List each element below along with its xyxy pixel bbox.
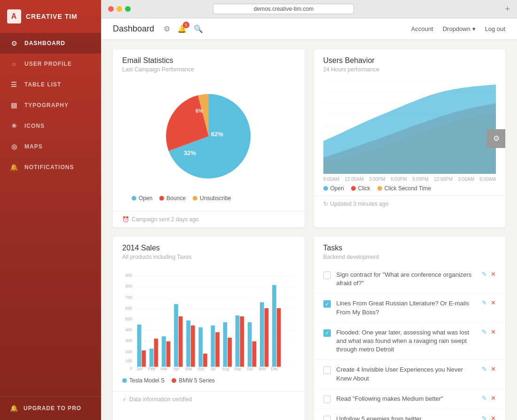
svg-rect-29 xyxy=(149,349,154,367)
task-checkbox[interactable]: ✓ xyxy=(323,300,331,308)
maximize-button[interactable] xyxy=(125,6,131,12)
upgrade-label: UPGRADE TO PRO xyxy=(24,405,81,412)
task-checkbox[interactable] xyxy=(323,416,331,420)
task-edit-button[interactable]: ✎ xyxy=(482,415,487,420)
sidebar-item-user-profile[interactable]: ○ USER PROFILE xyxy=(0,54,101,74)
task-delete-button[interactable]: ✕ xyxy=(491,299,496,306)
sidebar-item-dashboard[interactable]: ⊙ DASHBOARD xyxy=(0,33,101,54)
svg-text:Jan: Jan xyxy=(136,366,143,371)
close-button[interactable] xyxy=(108,6,114,12)
task-edit-button[interactable]: ✎ xyxy=(482,271,487,278)
settings-icon[interactable]: ⚙ xyxy=(164,24,170,33)
svg-rect-35 xyxy=(186,320,190,367)
legend-label-bmw: BMW 5 Series xyxy=(179,377,215,384)
svg-text:Aug: Aug xyxy=(222,366,229,371)
svg-rect-49 xyxy=(272,285,276,367)
task-checkbox[interactable] xyxy=(323,396,331,403)
task-delete-button[interactable]: ✕ xyxy=(491,366,496,373)
legend-label-bounce: Bounce xyxy=(166,195,186,202)
tasks-list: Sign contract for "What are conference o… xyxy=(314,265,506,420)
sidebar-item-notifications[interactable]: 🔔 NOTIFICATIONS xyxy=(0,157,101,178)
users-behavior-footer-text: Updated 3 minutes ago xyxy=(330,201,389,207)
header-right: Account Dropdown ▾ Log out xyxy=(411,25,505,32)
legend-dot-ub-click2 xyxy=(377,186,382,191)
svg-rect-28 xyxy=(142,350,146,367)
notifications-bell-icon[interactable]: 🔔 5 xyxy=(177,24,187,33)
brand-name: CREATIVE TIM xyxy=(26,13,78,20)
svg-text:0: 0 xyxy=(130,366,132,371)
upgrade-button[interactable]: 🔔 UPGRADE TO PRO xyxy=(0,396,101,420)
svg-text:100: 100 xyxy=(125,358,133,363)
task-delete-button[interactable]: ✕ xyxy=(491,395,496,402)
bottom-cards-row: 2014 Sales All products including Taxes … xyxy=(113,237,505,420)
browser-chrome: demos.creative-tim.com + xyxy=(101,0,517,18)
sidebar-item-typography[interactable]: ▤ TYPOGRAPHY xyxy=(0,95,101,116)
task-edit-button[interactable]: ✎ xyxy=(482,299,487,306)
task-actions: ✎✕ xyxy=(482,415,496,420)
area-chart-svg xyxy=(323,80,496,174)
legend-label-unsubscribe: Unsubscribe xyxy=(200,195,231,202)
refresh-icon: ↻ xyxy=(323,201,328,207)
svg-text:Sep: Sep xyxy=(234,366,242,371)
sales-title: 2014 Sales xyxy=(122,244,295,252)
task-text: Lines From Great Russian Literature? Or … xyxy=(337,299,477,316)
email-stats-header: Email Statistics Last Campaign Performan… xyxy=(113,49,305,78)
svg-rect-45 xyxy=(248,322,252,367)
task-item: Unfollow 5 enemies from twitter✎✕ xyxy=(314,409,506,420)
page-content: Email Statistics Last Campaign Performan… xyxy=(101,40,517,420)
svg-text:Apr: Apr xyxy=(173,366,180,371)
area-chart-x-labels: 9:00AM 12:00AM 3:00PM 6:00PM 9:00PM 12:0… xyxy=(323,176,496,183)
header-icons: ⚙ 🔔 5 🔍 xyxy=(164,24,203,33)
svg-text:200: 200 xyxy=(125,350,133,354)
task-delete-button[interactable]: ✕ xyxy=(491,271,496,278)
url-bar[interactable]: demos.creative-tim.com xyxy=(213,4,354,14)
account-link[interactable]: Account xyxy=(411,25,433,32)
task-item: Create 4 Invisible User Experiences you … xyxy=(314,360,506,389)
svg-text:Dec: Dec xyxy=(271,366,278,371)
users-behavior-footer: ↻ Updated 3 minutes ago xyxy=(314,195,506,212)
email-stats-footer: ⏰ Campaign sent 2 days ago xyxy=(113,211,305,227)
legend-unsubscribe: Unsubscribe xyxy=(193,195,231,202)
svg-rect-36 xyxy=(191,326,195,367)
sales-legend: Tesla Model S BMW 5 Series xyxy=(122,375,295,386)
task-item: Read "Following makes Medium better"✎✕ xyxy=(314,389,506,409)
icons-icon: ✳ xyxy=(9,121,19,131)
tasks-header: Tasks Backend development xyxy=(314,237,506,265)
sidebar-item-table-list[interactable]: ☰ TABLE LIST xyxy=(0,74,101,95)
legend-dot-ub-open xyxy=(323,186,328,191)
task-checkbox[interactable]: ✓ xyxy=(323,329,331,337)
sidebar-item-icons[interactable]: ✳ ICONS xyxy=(0,116,101,136)
task-actions: ✎✕ xyxy=(482,366,496,373)
email-stats-title: Email Statistics xyxy=(122,56,295,65)
sidebar-item-maps[interactable]: ◎ MAPS xyxy=(0,136,101,157)
svg-rect-32 xyxy=(166,342,171,367)
task-checkbox[interactable] xyxy=(323,272,331,279)
settings-gear-button[interactable]: ⚙ xyxy=(487,129,505,148)
task-edit-button[interactable]: ✎ xyxy=(482,366,487,373)
search-icon[interactable]: 🔍 xyxy=(194,24,203,33)
task-actions: ✎✕ xyxy=(482,395,496,402)
svg-rect-30 xyxy=(154,339,158,367)
legend-ub-click: Click xyxy=(351,185,370,192)
email-stats-legend: Open Bounce Unsubscribe xyxy=(122,190,295,206)
legend-dot-bounce xyxy=(159,196,164,201)
new-tab-button[interactable]: + xyxy=(505,4,510,14)
tasks-subtitle: Backend development xyxy=(323,254,496,260)
task-delete-button[interactable]: ✕ xyxy=(491,328,496,335)
page-title: Dashboard xyxy=(113,24,154,34)
task-edit-button[interactable]: ✎ xyxy=(482,328,487,335)
sales-card: 2014 Sales All products including Taxes … xyxy=(113,237,305,420)
logout-button[interactable]: Log out xyxy=(485,25,505,32)
users-behavior-body: 9:00AM 12:00AM 3:00PM 6:00PM 9:00PM 12:0… xyxy=(314,78,506,185)
svg-rect-44 xyxy=(240,316,244,366)
task-edit-button[interactable]: ✎ xyxy=(482,395,487,402)
svg-rect-39 xyxy=(211,326,215,367)
minimize-button[interactable] xyxy=(117,6,122,12)
task-checkbox[interactable] xyxy=(323,366,331,374)
task-delete-button[interactable]: ✕ xyxy=(491,415,496,420)
svg-text:Mar: Mar xyxy=(160,366,167,371)
dropdown-button[interactable]: Dropdown ▾ xyxy=(443,25,476,32)
sidebar: A CREATIVE TIM ⊙ DASHBOARD ○ USER PROFIL… xyxy=(0,0,101,420)
users-behavior-card: Users Behavior 24 Hours performance xyxy=(314,49,506,227)
legend-ub-click2: Click Second Time xyxy=(377,185,431,192)
